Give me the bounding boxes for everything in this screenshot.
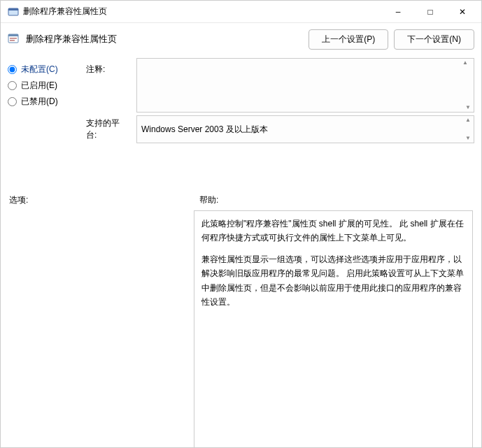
help-paragraph-2: 兼容性属性页显示一组选项，可以选择这些选项并应用于应用程序，以解决影响旧版应用程… <box>201 252 465 310</box>
help-paragraph-1: 此策略控制"程序兼容性"属性页 shell 扩展的可见性。 此 shell 扩展… <box>201 217 465 245</box>
comment-input[interactable] <box>136 58 474 113</box>
policy-name: 删除程序兼容性属性页 <box>26 33 303 45</box>
scroll-down-icon[interactable]: ▼ <box>462 135 474 142</box>
radio-disabled-label: 已禁用(D) <box>21 96 58 108</box>
state-radios: 未配置(C) 已启用(E) 已禁用(D) <box>8 55 79 183</box>
supported-scroll: ▲ ▼ <box>462 117 474 142</box>
supported-label: 支持的平台: <box>86 117 129 141</box>
comment-field-wrap: ▲ ▼ <box>136 58 474 113</box>
supported-field-wrap: Windows Server 2003 及以上版本 ▲ ▼ <box>136 115 474 143</box>
config-area: 未配置(C) 已启用(E) 已禁用(D) 注释: 支持的平台: ▲ ▼ Wind… <box>1 55 481 183</box>
maximize-button[interactable]: □ <box>414 1 446 22</box>
comment-label: 注释: <box>86 64 129 75</box>
header-row: 删除程序兼容性属性页 上一个设置(P) 下一个设置(N) <box>1 23 481 55</box>
svg-rect-4 <box>10 38 17 39</box>
close-button[interactable]: ✕ <box>446 1 479 22</box>
previous-setting-button[interactable]: 上一个设置(P) <box>309 29 388 50</box>
comment-scroll: ▲ ▼ <box>462 59 474 111</box>
window-controls: – □ ✕ <box>382 1 479 22</box>
policy-icon <box>8 33 20 45</box>
supported-display: Windows Server 2003 及以上版本 <box>136 115 474 143</box>
titlebar: 删除程序兼容性属性页 – □ ✕ <box>1 1 481 23</box>
svg-rect-3 <box>8 34 18 36</box>
svg-rect-5 <box>10 40 15 41</box>
section-labels: 选项: 帮助: <box>1 183 481 210</box>
radio-enabled-label: 已启用(E) <box>21 80 57 92</box>
window-title: 删除程序兼容性属性页 <box>23 6 382 17</box>
radio-not-configured-input[interactable] <box>8 65 17 74</box>
help-label: 帮助: <box>199 195 218 205</box>
radio-enabled-input[interactable] <box>8 81 17 90</box>
radio-disabled[interactable]: 已禁用(D) <box>8 96 79 108</box>
app-icon <box>8 6 19 17</box>
next-setting-button[interactable]: 下一个设置(N) <box>394 29 474 50</box>
radio-not-configured[interactable]: 未配置(C) <box>8 64 79 75</box>
scroll-up-icon[interactable]: ▲ <box>462 117 474 124</box>
help-text-box: 此策略控制"程序兼容性"属性页 shell 扩展的可见性。 此 shell 扩展… <box>194 210 473 448</box>
supported-text: Windows Server 2003 及以上版本 <box>141 123 268 136</box>
radio-disabled-input[interactable] <box>8 97 17 106</box>
scroll-down-icon[interactable]: ▼ <box>462 104 474 111</box>
options-label: 选项: <box>9 195 28 205</box>
radio-enabled[interactable]: 已启用(E) <box>8 80 79 92</box>
svg-rect-1 <box>8 8 18 10</box>
field-labels: 注释: 支持的平台: <box>86 55 129 183</box>
radio-not-configured-label: 未配置(C) <box>21 64 58 75</box>
minimize-button[interactable]: – <box>382 1 414 22</box>
field-values: ▲ ▼ Windows Server 2003 及以上版本 ▲ ▼ <box>136 55 474 183</box>
scroll-up-icon[interactable]: ▲ <box>462 59 468 66</box>
